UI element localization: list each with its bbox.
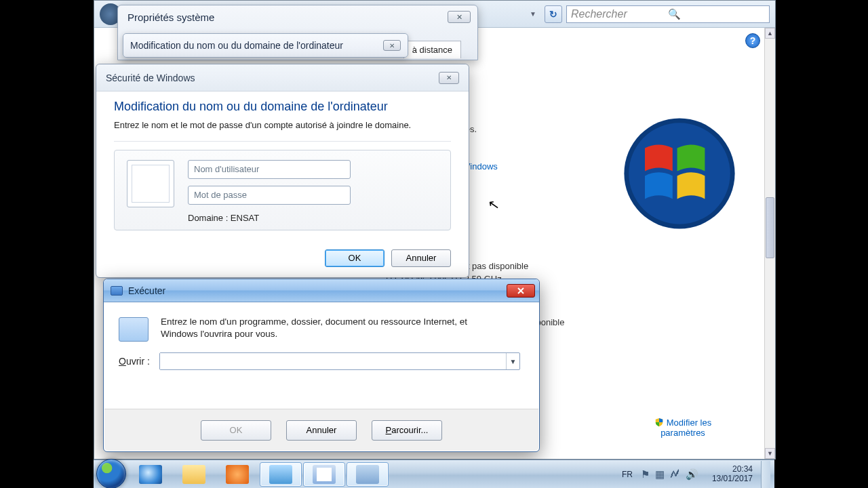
scroll-down-icon[interactable]: ▼ [765, 448, 775, 459]
search-icon: 🔍 [668, 8, 765, 20]
system-properties-title: Propriétés système [118, 5, 477, 29]
password-input[interactable] [188, 186, 351, 205]
scroll-thumb[interactable] [766, 197, 774, 258]
open-combobox[interactable]: ▼ [159, 352, 520, 370]
flag-icon[interactable]: ⚑ [641, 468, 650, 481]
taskbar-explorer[interactable] [173, 462, 215, 487]
ie-icon [139, 465, 162, 484]
rename-domain-window-title: Modification du nom ou du domaine de l'o… [123, 33, 408, 58]
show-desktop-button[interactable] [761, 461, 770, 488]
windows-logo-icon [622, 116, 737, 231]
system-icon [356, 465, 379, 484]
run-titlebar[interactable]: Exécuter [104, 279, 539, 302]
open-input[interactable] [160, 353, 506, 369]
search-input[interactable]: Rechercher 🔍 [566, 5, 770, 23]
taskbar-media-player[interactable] [216, 462, 258, 487]
username-input[interactable] [188, 160, 351, 179]
clock-date: 13/01/2017 [712, 474, 753, 484]
taskbar: FR ⚑ ▦ 🗲 🔊 20:34 13/01/2017 [94, 460, 774, 488]
sysprops-close-button[interactable]: ✕ [448, 11, 471, 23]
scroll-up-icon[interactable]: ▲ [765, 28, 775, 39]
cred-instruction: Entrez le nom et le mot de passe d'un co… [114, 119, 412, 131]
run-dialog: Exécuter Entrez le nom d'un programme, d… [103, 279, 540, 452]
refresh-button[interactable]: ↻ [545, 5, 562, 23]
address-dropdown-icon[interactable]: ▼ [526, 7, 540, 22]
system-tray: FR ⚑ ▦ 🗲 🔊 20:34 13/01/2017 [622, 461, 774, 488]
media-player-icon [226, 465, 249, 484]
run-close-button[interactable] [507, 284, 535, 298]
run-title: Exécuter [128, 285, 165, 296]
taskbar-system[interactable] [347, 462, 389, 487]
run-program-icon [119, 317, 149, 342]
open-dropdown-icon[interactable]: ▼ [506, 353, 519, 369]
help-icon[interactable]: ? [745, 33, 760, 48]
control-panel-icon [269, 465, 292, 484]
cred-heading: Modification du nom ou du domaine de l'o… [114, 100, 451, 114]
divider [114, 141, 451, 142]
power-icon[interactable]: 🗲 [670, 468, 680, 481]
domain-label: Domaine : ENSAT [188, 213, 351, 223]
run-cancel-button[interactable]: Annuler [286, 420, 357, 441]
run-description: Entrez le nom d'un programme, dossier, d… [161, 316, 507, 342]
taskbar-ie[interactable] [130, 462, 172, 487]
run-browse-button[interactable]: Parcourir... [372, 420, 442, 441]
windows-security-dialog: Sécurité de Windows ✕ Modification du no… [96, 64, 469, 278]
taskbar-document[interactable] [303, 462, 345, 487]
remote-tab[interactable]: à distance [403, 41, 461, 58]
start-button[interactable] [96, 459, 126, 488]
run-ok-button[interactable]: OK [201, 420, 271, 441]
rename-close-button[interactable]: ✕ [383, 40, 401, 51]
input-lang[interactable]: FR [622, 470, 633, 479]
clock[interactable]: 20:34 13/01/2017 [712, 465, 753, 484]
folder-icon [182, 465, 205, 484]
document-icon [313, 465, 336, 484]
taskbar-control-panel[interactable] [260, 462, 302, 487]
search-placeholder: Rechercher [571, 8, 668, 20]
volume-icon[interactable]: 🔊 [686, 468, 698, 481]
windows-security-title: Sécurité de Windows [106, 73, 195, 83]
svg-point-1 [629, 123, 730, 224]
shield-icon [654, 418, 664, 427]
credential-panel: Domaine : ENSAT [114, 150, 451, 230]
cred-ok-button[interactable]: OK [325, 249, 384, 267]
open-label: Ouvrir : [119, 356, 150, 367]
run-title-icon [111, 286, 123, 296]
user-avatar-icon [127, 160, 174, 207]
close-icon [516, 287, 526, 295]
cred-cancel-button[interactable]: Annuler [391, 249, 451, 267]
modify-params-link[interactable]: Modifier les paramètres [642, 418, 724, 438]
vertical-scrollbar[interactable]: ▲ ▼ [764, 28, 775, 459]
clock-time: 20:34 [712, 465, 753, 474]
windows-security-close-button[interactable]: ✕ [439, 72, 459, 84]
network-icon[interactable]: ▦ [655, 468, 665, 481]
windows-security-titlebar[interactable]: Sécurité de Windows ✕ [96, 64, 469, 92]
